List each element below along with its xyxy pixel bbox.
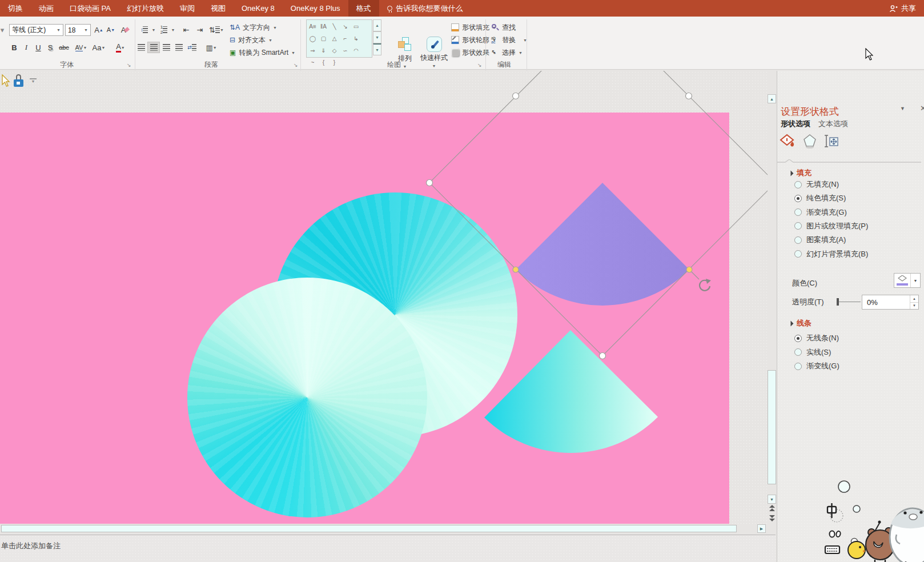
shape-fill-button[interactable]: 形状填充▼ — [451, 22, 496, 33]
previous-slide-button[interactable] — [769, 505, 776, 512]
notes-pane[interactable]: 单击此处添加备注 — [0, 535, 776, 562]
shape-effects-button[interactable]: 形状效果▼ — [451, 47, 496, 58]
replace-button[interactable]: abac 替换▼ — [491, 34, 527, 46]
shape-outline-button[interactable]: 形状轮廓▼ — [451, 34, 496, 46]
fill-section-header[interactable]: 填充 — [789, 168, 811, 178]
fill-option-4[interactable]: 图案填充(A) — [794, 235, 846, 244]
panel-title-dropdown[interactable]: ▼ — [900, 106, 905, 111]
line-option-0[interactable]: 无线条(N) — [794, 334, 839, 343]
gallery-shape-2[interactable]: ╲ — [329, 21, 340, 33]
tab-shape-options[interactable]: 形状选项 — [781, 119, 810, 129]
decrease-indent-button[interactable]: ⇤ — [180, 24, 192, 35]
spinner-down[interactable]: ▼ — [910, 302, 918, 310]
font-size-combo[interactable]: 18▼ — [65, 24, 91, 36]
gallery-shape-6[interactable]: ▢ — [318, 33, 329, 45]
gallery-shape-7[interactable]: △ — [329, 33, 340, 45]
find-button[interactable]: 查找 — [491, 22, 516, 33]
font-color-button[interactable]: A▼ — [112, 42, 129, 53]
menu-tab-动画[interactable]: 动画 — [31, 0, 62, 17]
vscroll-down-button[interactable]: ▼ — [768, 495, 776, 504]
menu-tab-幻灯片放映[interactable]: 幻灯片放映 — [119, 0, 172, 17]
line-option-2[interactable]: 渐变线(G) — [794, 362, 839, 371]
toolbar-options-dropdown[interactable]: ▼ — [30, 78, 37, 83]
gallery-shape-12[interactable]: ◇ — [329, 45, 340, 57]
gallery-shape-16[interactable]: { — [318, 57, 329, 69]
convert-smartart-button[interactable]: ▣ 转换为 SmartArt▼ — [230, 47, 295, 58]
align-text-button[interactable]: ⊟ 对齐文本▼ — [230, 34, 272, 46]
numbering-dropdown[interactable]: ▼ — [170, 24, 176, 35]
gallery-shape-3[interactable]: ↘ — [340, 21, 351, 33]
justify-button[interactable] — [172, 42, 185, 53]
gallery-scroll-down[interactable]: ▼ — [373, 31, 381, 43]
gallery-scroll-up[interactable]: ▲ — [373, 19, 381, 31]
clipped-button[interactable]: ▾ — [0, 25, 5, 35]
share-button[interactable]: 共享 — [889, 0, 916, 17]
fill-option-1[interactable]: 纯色填充(S) — [794, 194, 846, 203]
align-center-button[interactable] — [147, 42, 160, 53]
hscroll-right-button[interactable]: ▶ — [757, 524, 766, 533]
line-radio-1[interactable] — [794, 348, 802, 356]
menu-tab-视图[interactable]: 视图 — [203, 0, 234, 17]
menu-tab-口袋动画 PA[interactable]: 口袋动画 PA — [62, 0, 119, 17]
clear-formatting-button[interactable]: A — [119, 24, 131, 35]
slide[interactable] — [0, 113, 729, 524]
font-dialog-launcher[interactable]: ↘ — [127, 62, 131, 68]
resize-handle-nw[interactable] — [513, 93, 519, 99]
menu-tab-格式[interactable]: 格式 — [348, 0, 379, 17]
quick-styles-button[interactable]: 快速样式 ▼ — [418, 36, 450, 76]
transparency-spinner[interactable]: 0% ▲ ▼ — [862, 295, 919, 310]
fill-option-2[interactable]: 渐变填充(G) — [794, 208, 847, 217]
color-dropdown-arrow[interactable]: ▼ — [910, 274, 920, 287]
gallery-shape-11[interactable]: ⇓ — [318, 45, 329, 57]
menu-tab-OneKey 8 Plus[interactable]: OneKey 8 Plus — [283, 0, 348, 17]
align-right-button[interactable] — [160, 42, 172, 53]
menu-tab-审阅[interactable]: 审阅 — [172, 0, 203, 17]
font-name-combo[interactable]: 等线 (正文)▼ — [9, 24, 63, 36]
line-radio-2[interactable] — [794, 363, 802, 370]
line-radio-0[interactable] — [794, 335, 802, 342]
bullets-dropdown[interactable]: ▼ — [151, 24, 156, 35]
drawing-dialog-launcher[interactable]: ↘ — [477, 62, 482, 68]
resize-handle-ne[interactable] — [686, 93, 692, 99]
purple-fan-shape[interactable] — [516, 183, 689, 306]
next-slide-button[interactable] — [769, 515, 776, 523]
fill-radio-4[interactable] — [794, 236, 802, 244]
select-button[interactable]: ↖ 选择▼ — [491, 47, 523, 58]
increase-indent-button[interactable]: ⇥ — [194, 24, 206, 35]
gallery-shape-5[interactable]: ◯ — [307, 33, 318, 45]
fill-color-button[interactable]: ▼ — [894, 273, 921, 288]
transparency-slider-track[interactable] — [839, 302, 861, 302]
fill-radio-1[interactable] — [794, 195, 802, 202]
increase-font-button[interactable]: A▲ — [93, 24, 105, 35]
text-shadow-button[interactable]: S — [45, 42, 55, 53]
vscroll-up-button[interactable]: ▲ — [768, 94, 776, 103]
gallery-shape-4[interactable]: ▭ — [351, 21, 361, 33]
cyan-fan-shape[interactable] — [484, 330, 658, 453]
distribute-button[interactable]: ⇄ — [185, 42, 199, 53]
fill-option-5[interactable]: 幻灯片背景填充(B) — [794, 250, 868, 259]
effects-icon-tab[interactable] — [802, 134, 817, 148]
gallery-shape-17[interactable]: } — [329, 57, 340, 69]
slide-canvas[interactable]: ▼ — [0, 71, 768, 524]
gallery-shape-14[interactable]: ◠ — [351, 45, 361, 57]
tell-me-box[interactable]: 告诉我你想要做什么 — [379, 0, 471, 17]
paragraph-dialog-launcher[interactable]: ↘ — [294, 62, 298, 68]
fill-option-0[interactable]: 无填充(N) — [794, 180, 839, 189]
decrease-font-button[interactable]: A▼ — [105, 24, 116, 35]
italic-button[interactable]: I — [21, 42, 31, 53]
text-direction-button[interactable]: ⇅A 文字方向▼ — [230, 22, 277, 33]
lock-icon[interactable] — [14, 79, 23, 87]
gallery-shape-13[interactable]: ∽ — [340, 45, 351, 57]
fill-radio-5[interactable] — [794, 250, 802, 258]
bullets-button[interactable]: ⁝ — [139, 24, 150, 35]
line-spacing-button[interactable]: ⇅▼ — [209, 24, 224, 35]
gallery-shape-15[interactable]: ~ — [307, 57, 318, 69]
fill-radio-3[interactable] — [794, 222, 802, 230]
fill-radio-2[interactable] — [794, 208, 802, 216]
gallery-shape-10[interactable]: ⇒ — [307, 45, 318, 57]
spinner-up[interactable]: ▲ — [910, 295, 918, 302]
tab-text-options[interactable]: 文本选项 — [818, 119, 848, 129]
pointer-tool-icon[interactable] — [1, 74, 13, 88]
gallery-shape-1[interactable]: ‖A — [318, 21, 329, 33]
align-left-button[interactable] — [135, 42, 147, 53]
